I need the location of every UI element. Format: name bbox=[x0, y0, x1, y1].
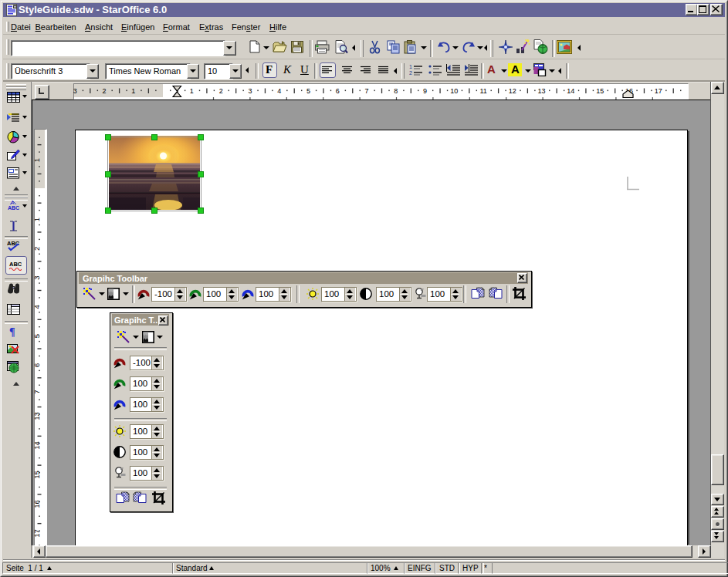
svg-text:9: 9 bbox=[423, 87, 427, 95]
svg-text:14: 14 bbox=[567, 87, 574, 95]
svg-text:11: 11 bbox=[479, 87, 486, 95]
svg-text:2: 2 bbox=[409, 70, 412, 76]
svg-text:6: 6 bbox=[336, 87, 340, 95]
svg-text:2: 2 bbox=[219, 87, 223, 95]
svg-text:1: 1 bbox=[131, 87, 135, 95]
svg-text:15: 15 bbox=[596, 87, 604, 95]
svg-text:5: 5 bbox=[34, 334, 41, 338]
svg-text:17: 17 bbox=[655, 87, 662, 95]
svg-text:14: 14 bbox=[34, 441, 41, 450]
svg-text:7: 7 bbox=[34, 390, 41, 393]
svg-text:12: 12 bbox=[509, 87, 516, 95]
svg-text:¶: ¶ bbox=[9, 326, 15, 338]
svg-text:ABC: ABC bbox=[9, 261, 22, 268]
svg-text:8: 8 bbox=[394, 87, 398, 95]
svg-text:3: 3 bbox=[248, 87, 252, 95]
svg-text:1: 1 bbox=[409, 64, 412, 69]
svg-text:3: 3 bbox=[34, 275, 41, 279]
svg-text:1: 1 bbox=[34, 218, 41, 221]
svg-text:16: 16 bbox=[34, 500, 41, 508]
svg-text:4: 4 bbox=[34, 305, 41, 309]
svg-text:17: 17 bbox=[34, 529, 41, 538]
svg-text:1: 1 bbox=[34, 158, 41, 162]
svg-text:10: 10 bbox=[450, 87, 458, 95]
svg-text:2: 2 bbox=[34, 247, 41, 251]
svg-text:3: 3 bbox=[73, 87, 77, 95]
svg-text:15: 15 bbox=[34, 471, 41, 479]
svg-text:1: 1 bbox=[190, 87, 194, 95]
svg-text:2: 2 bbox=[103, 87, 107, 95]
svg-text:13: 13 bbox=[538, 87, 546, 95]
svg-text:6: 6 bbox=[34, 363, 41, 367]
svg-text:5: 5 bbox=[306, 87, 310, 95]
svg-text:7: 7 bbox=[364, 87, 368, 95]
svg-text:ABC: ABC bbox=[8, 205, 19, 211]
svg-text:13: 13 bbox=[34, 412, 41, 420]
svg-text:4: 4 bbox=[277, 87, 281, 95]
